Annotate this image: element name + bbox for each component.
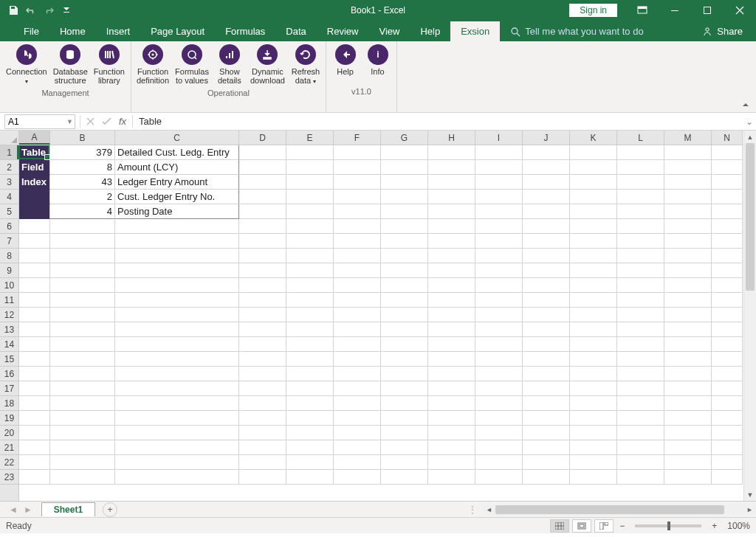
cell[interactable] — [19, 204, 50, 219]
row-header[interactable]: 8 — [0, 249, 18, 263]
cell[interactable] — [50, 381, 115, 396]
cell[interactable] — [334, 278, 381, 293]
cell[interactable] — [239, 145, 286, 160]
cell[interactable] — [617, 219, 664, 234]
sheet-nav-next-icon[interactable]: ► — [24, 505, 32, 515]
cell[interactable]: 43 — [50, 175, 115, 190]
cell[interactable] — [286, 249, 334, 263]
cell[interactable] — [712, 440, 743, 455]
cell[interactable] — [428, 263, 475, 278]
insert-function-icon[interactable]: fx — [114, 114, 131, 129]
cell[interactable] — [19, 352, 50, 367]
cell[interactable] — [334, 352, 381, 367]
cell[interactable] — [381, 470, 428, 485]
formulas-to-values-button[interactable]: Formulasto values — [172, 43, 212, 86]
tab-review[interactable]: Review — [317, 21, 369, 41]
cell[interactable] — [50, 411, 115, 426]
cell[interactable] — [712, 396, 743, 411]
cell[interactable] — [334, 470, 381, 485]
row-header[interactable]: 21 — [0, 440, 18, 455]
cell[interactable] — [712, 145, 743, 160]
cell[interactable] — [428, 337, 475, 352]
cell[interactable] — [570, 308, 617, 322]
column-header[interactable]: G — [381, 131, 428, 145]
cell[interactable] — [50, 470, 115, 485]
cell-area[interactable]: Table379Detailed Cust. Ledg. EntryField8… — [19, 145, 743, 501]
row-header[interactable]: 5 — [0, 204, 18, 219]
cell[interactable] — [523, 352, 570, 367]
tab-exsion[interactable]: Exsion — [450, 21, 500, 41]
normal-view-button[interactable] — [550, 519, 569, 533]
redo-icon[interactable] — [41, 3, 56, 18]
cell[interactable] — [712, 411, 743, 426]
cell[interactable] — [19, 263, 50, 278]
cell[interactable] — [617, 190, 664, 204]
cell[interactable] — [428, 145, 475, 160]
row-header[interactable]: 9 — [0, 263, 18, 278]
cell[interactable] — [664, 367, 712, 381]
column-header[interactable]: L — [617, 131, 664, 145]
cell[interactable] — [475, 440, 523, 455]
refresh-data-button[interactable]: Refreshdata ▾ — [288, 43, 323, 86]
cell[interactable] — [381, 175, 428, 190]
cell[interactable] — [428, 470, 475, 485]
cell[interactable] — [664, 263, 712, 278]
tab-help[interactable]: Help — [410, 21, 450, 41]
cell[interactable] — [570, 234, 617, 249]
cell[interactable]: Index — [19, 175, 50, 190]
row-header[interactable]: 7 — [0, 234, 18, 249]
cell[interactable] — [50, 352, 115, 367]
cell[interactable] — [523, 190, 570, 204]
cell[interactable] — [475, 411, 523, 426]
cell[interactable] — [617, 278, 664, 293]
cell[interactable] — [570, 204, 617, 219]
cell[interactable] — [428, 160, 475, 175]
row-header[interactable]: 19 — [0, 411, 18, 426]
tab-home[interactable]: Home — [49, 21, 96, 41]
cell[interactable] — [712, 293, 743, 308]
cell[interactable] — [664, 278, 712, 293]
cell[interactable] — [475, 308, 523, 322]
expand-formula-bar-icon[interactable]: ⌄ — [743, 117, 756, 127]
cell[interactable] — [712, 278, 743, 293]
cell[interactable] — [523, 426, 570, 440]
cell[interactable] — [475, 219, 523, 234]
collapse-ribbon-icon[interactable] — [741, 100, 750, 109]
column-header[interactable]: K — [570, 131, 617, 145]
cell[interactable] — [381, 160, 428, 175]
zoom-slider[interactable] — [635, 524, 701, 527]
cell[interactable] — [286, 411, 334, 426]
cell[interactable] — [617, 470, 664, 485]
cell[interactable] — [50, 234, 115, 249]
cell[interactable] — [115, 249, 239, 263]
cell[interactable] — [617, 234, 664, 249]
cell[interactable] — [19, 219, 50, 234]
cell[interactable] — [381, 426, 428, 440]
cell[interactable] — [475, 278, 523, 293]
cell[interactable]: 2 — [50, 190, 115, 204]
cell[interactable] — [115, 367, 239, 381]
undo-icon[interactable] — [24, 3, 38, 18]
cell[interactable] — [617, 440, 664, 455]
cell[interactable] — [115, 234, 239, 249]
cell[interactable] — [428, 219, 475, 234]
cell[interactable] — [617, 249, 664, 263]
cell[interactable] — [664, 145, 712, 160]
cell[interactable] — [617, 352, 664, 367]
help-button[interactable]: Help — [329, 43, 362, 85]
cell[interactable] — [475, 175, 523, 190]
cell[interactable] — [475, 337, 523, 352]
cell[interactable] — [381, 278, 428, 293]
cell[interactable] — [50, 322, 115, 337]
zoom-out-button[interactable]: − — [616, 521, 628, 531]
cell[interactable] — [523, 411, 570, 426]
cell[interactable] — [19, 367, 50, 381]
cell[interactable] — [239, 190, 286, 204]
cell[interactable] — [428, 234, 475, 249]
close-button[interactable] — [724, 0, 756, 21]
select-all-button[interactable] — [0, 131, 19, 145]
cell[interactable] — [664, 411, 712, 426]
cell[interactable] — [381, 308, 428, 322]
cell[interactable]: Cust. Ledger Entry No. — [115, 190, 239, 204]
cell[interactable] — [664, 440, 712, 455]
